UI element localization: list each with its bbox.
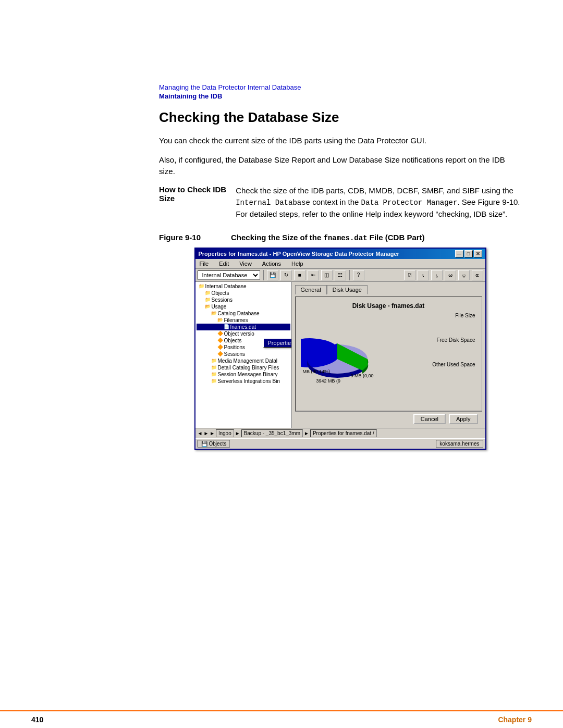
inline-code-1: Internal Database [236,199,310,207]
tab-disk-usage[interactable]: Disk Usage [327,285,368,294]
toolbar-btn-12[interactable]: ⍹ [458,270,470,280]
fnames-code: fnames.dat [324,234,368,242]
pie-label-1: MB (90,14%) [303,369,331,374]
menu-actions[interactable]: Actions [260,260,283,267]
folder-plus-icon-2: 📁 [205,297,211,302]
close-button[interactable]: ✕ [474,250,482,257]
folder-plus-icon-4: 📁 [211,365,217,370]
footer-chapter: Chapter 9 [498,715,532,724]
toolbar-btn-3[interactable]: ■ [294,270,305,280]
tree-item-filenames[interactable]: 📂 Filenames [197,317,290,324]
win-menubar: File Edit View Actions Help [195,259,485,269]
panel-title: Disk Usage - fnames.dat [301,302,476,310]
apply-button[interactable]: Apply [449,414,478,424]
tree-item-serverless[interactable]: 📁 Serverless Integrations Bin [197,378,290,385]
toolbar-btn-7[interactable]: ? [353,270,364,280]
tree-item-media-mgmt[interactable]: 📁 Media Management Datal [197,357,290,364]
obj-icon-2: 🔶 [217,338,223,343]
tree-item-catalog-db[interactable]: 📂 Catalog Database [197,310,290,317]
win-taskbar-row: 💾 Objects koksama.hermes [195,438,485,449]
menu-view[interactable]: View [237,260,254,267]
figure-label-row: Figure 9-10 Checking the Size of the fna… [159,233,521,242]
tree-item-object-version[interactable]: 🔶 Object versio [197,330,290,337]
tabs-row: General Disk Usage [295,285,482,294]
toolbar-sep-2 [349,270,350,280]
toolbar-btn-10[interactable]: ⍸ [431,270,443,280]
breadcrumb-bold: Maintaining the IDB [159,92,521,100]
status-seg-3: Properties for fnames.dat / [310,429,377,437]
toolbar-btn-13[interactable]: ⍺ [472,270,483,280]
tab-general[interactable]: General [295,285,327,294]
toolbar-btn-4[interactable]: ⇤ [308,270,319,280]
objects-icon: 💾 [201,441,207,447]
folder-plus-icon-3: 📁 [211,358,217,363]
folder-open-icon-2: 📂 [211,311,217,316]
tree-item-fnames-dat[interactable]: 📄 fnames.dat [197,324,290,330]
menu-file[interactable]: File [198,260,211,267]
obj-icon: 🔶 [217,331,223,336]
body-para2: Also, if configured, the Database Size R… [159,154,521,178]
menu-help[interactable]: Help [289,260,305,267]
tree-item-detail-catalog[interactable]: 📁 Detail Catalog Binary Files [197,364,290,371]
chapter-title: Checking the Database Size [159,109,521,126]
win-titlebar: Properties for fnames.dat - HP OpenView … [195,249,485,259]
content-area: Managing the Data Protector Internal Dat… [159,83,521,710]
figure-caption: Checking the Size of the fnames.dat File… [231,233,425,242]
titlebar-buttons: — □ ✕ [455,250,482,257]
free-disk-label: Free Disk Space [432,337,475,343]
toolbar-btn-6[interactable]: ☷ [335,270,346,280]
obj-icon-4: 🔶 [217,351,223,356]
how-to-content: Check the size of the IDB parts, CDB, MM… [236,185,521,220]
folder-open-icon: 📂 [205,304,211,309]
toolbar-btn-5[interactable]: ◫ [321,270,333,280]
tree-item-internal-db[interactable]: 📁 Internal Database [197,283,290,290]
tree-item-sessions2[interactable]: 🔶 Sessions [197,351,290,357]
win-toolbar: Internal Database 💾 ↻ ■ ⇤ ◫ ☷ ? ⍰ ⍳ ⍸ ⍵ [195,269,485,282]
pie-label-3: 3942 MB (9 [316,378,341,384]
file-icon: 📄 [224,324,229,329]
tree-item-usage[interactable]: 📂 Usage [197,303,290,310]
breadcrumb-link[interactable]: Managing the Data Protector Internal Dat… [159,83,521,91]
status-arrow-1: ► [235,430,240,436]
pie-label-2: 0 MB (0,00 [350,373,373,378]
figure-label: Figure 9-10 [159,233,222,242]
breadcrumb: Managing the Data Protector Internal Dat… [159,83,521,100]
context-menu: Properties... Alt+Enter [263,338,292,348]
right-panel: General Disk Usage Disk Usage - fnames.d… [292,282,485,428]
tree-item-sessions[interactable]: 📁 Sessions [197,297,290,303]
obj-icon-3: 🔶 [217,344,223,350]
toolbar-dropdown[interactable]: Internal Database [198,270,260,280]
other-used-label: Other Used Space [432,362,475,367]
taskbar-objects-btn[interactable]: 💾 Objects [198,440,230,448]
menu-edit[interactable]: Edit [217,260,231,267]
context-menu-properties[interactable]: Properties... Alt+Enter [264,339,292,347]
toolbar-btn-8[interactable]: ⍰ [404,270,415,280]
folder-plus-icon-5: 📁 [211,372,217,377]
toolbar-btn-11[interactable]: ⍵ [445,270,456,280]
nav-prev[interactable]: ◄ [198,430,203,436]
tree-item-objects[interactable]: 📁 Objects [197,290,290,297]
system-tray: koksama.hermes [436,440,483,448]
status-seg-1: lngoo [216,429,234,437]
minimize-button[interactable]: — [455,250,463,257]
folder-plus-icon-6: 📁 [211,378,217,384]
nav-next[interactable]: ► [203,430,209,436]
toolbar-btn-2[interactable]: ↻ [280,270,292,280]
panel-content: Disk Usage - fnames.dat File Size Free D… [295,297,482,411]
win-dialog: Properties for fnames.dat - HP OpenView … [194,248,486,450]
figure-section: Figure 9-10 Checking the Size of the fna… [159,233,521,450]
toolbar-sep-1 [263,270,264,280]
folder-icon: 📁 [199,283,204,289]
cancel-button[interactable]: Cancel [413,414,446,424]
inline-code-2: Data Protector Manager [361,199,458,207]
nav-more[interactable]: ► [210,430,215,436]
body-para1: You can check the current size of the ID… [159,135,521,147]
folder-plus-icon: 📁 [205,290,211,295]
how-to-label: How to Check IDB Size [159,185,226,220]
tree-item-session-msg[interactable]: 📁 Session Messages Binary [197,371,290,378]
maximize-button[interactable]: □ [464,250,473,257]
dialog-buttons: Cancel Apply [295,411,482,426]
page-container: Managing the Data Protector Internal Dat… [0,0,563,728]
toolbar-btn-9[interactable]: ⍳ [418,270,429,280]
toolbar-btn-1[interactable]: 💾 [267,270,278,280]
